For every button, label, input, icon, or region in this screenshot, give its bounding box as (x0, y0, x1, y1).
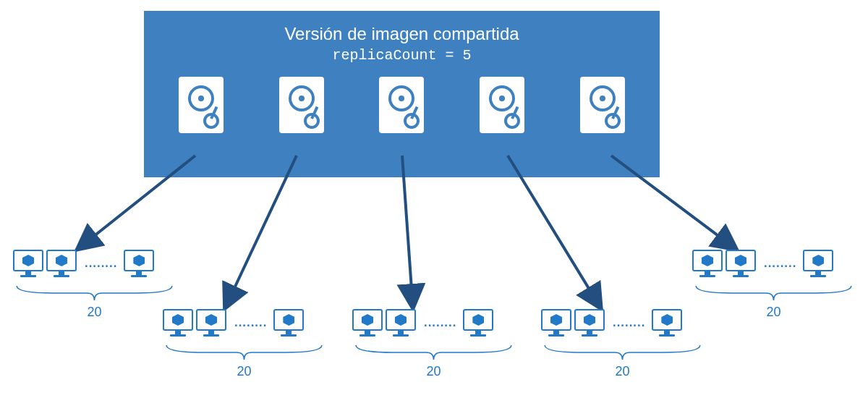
ellipsis-icon: ........ (229, 312, 271, 337)
disk-icon (379, 77, 424, 133)
ellipsis-icon: ........ (80, 253, 121, 277)
vm-icon (386, 309, 416, 339)
vm-count-label: 20 (163, 364, 326, 379)
vm-icon (273, 309, 304, 339)
vm-group: ........ 20 (352, 309, 515, 379)
vm-icon (692, 250, 723, 280)
vm-icon (13, 250, 43, 280)
vm-icon (463, 309, 493, 339)
disk-replica-row (144, 77, 660, 133)
svg-line-1 (224, 156, 297, 310)
vm-icon (574, 309, 605, 339)
disk-icon (279, 77, 324, 133)
box-title: Versión de imagen compartida (144, 24, 660, 44)
disk-icon (580, 77, 625, 133)
brace-icon (163, 344, 326, 363)
vm-icon (352, 309, 383, 339)
svg-line-3 (508, 156, 602, 310)
brace-icon (692, 284, 855, 303)
vm-icon (124, 250, 154, 280)
vm-icon (652, 309, 682, 339)
vm-count-label: 20 (13, 305, 176, 320)
vm-group: ........ 20 (692, 250, 855, 320)
brace-icon (13, 284, 176, 303)
vm-icon (541, 309, 571, 339)
vm-icon (726, 250, 756, 280)
vm-count-label: 20 (541, 364, 704, 379)
vm-count-label: 20 (692, 305, 855, 320)
vm-group: ........ 20 (541, 309, 704, 379)
vm-icon (46, 250, 77, 280)
ellipsis-icon: ........ (608, 312, 649, 337)
vm-icon (803, 250, 833, 280)
vm-icon (163, 309, 193, 339)
vm-group: ........ 20 (163, 309, 326, 379)
vm-group: ........ 20 (13, 250, 176, 320)
vm-icon (196, 309, 226, 339)
ellipsis-icon: ........ (759, 253, 800, 277)
disk-icon (179, 77, 224, 133)
svg-line-2 (402, 156, 413, 310)
ellipsis-icon: ........ (419, 312, 460, 337)
brace-icon (352, 344, 515, 363)
shared-image-version-box: Versión de imagen compartida replicaCoun… (144, 11, 660, 177)
box-subtitle: replicaCount = 5 (144, 47, 660, 64)
disk-icon (480, 77, 524, 133)
vm-count-label: 20 (352, 364, 515, 379)
brace-icon (541, 344, 704, 363)
